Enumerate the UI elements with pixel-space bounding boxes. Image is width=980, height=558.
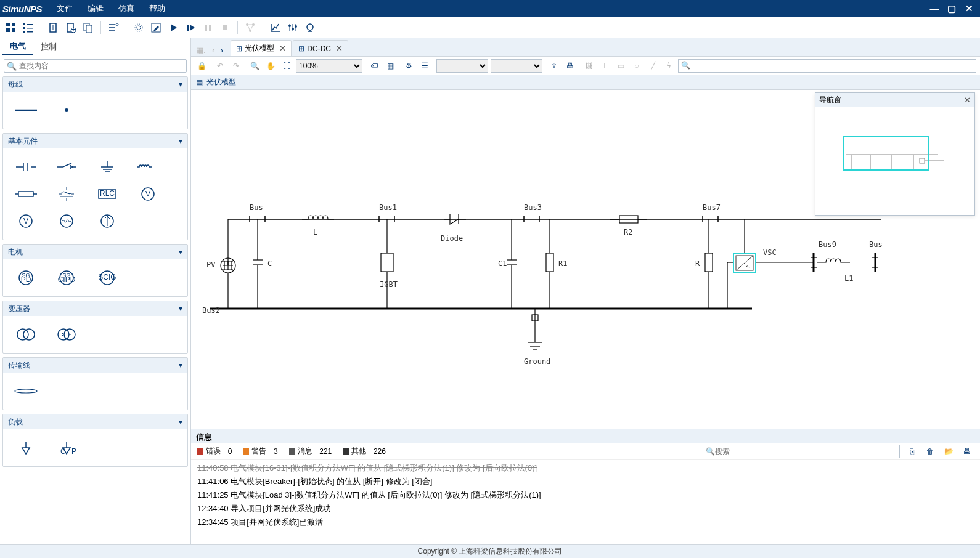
delete-icon[interactable]: 🗑 (923, 445, 937, 458)
left-tab-electric[interactable]: 电气 (2, 38, 33, 55)
settings-list-icon[interactable] (106, 20, 121, 35)
select-icon[interactable]: ▦ (383, 59, 397, 73)
part-sg-pd[interactable]: SGPD (6, 264, 46, 291)
new-doc-icon[interactable] (46, 20, 61, 35)
menu-help[interactable]: 帮助 (142, 3, 173, 14)
part-transformer1[interactable] (6, 321, 46, 348)
info-tab-other[interactable]: 其他 226 (343, 446, 386, 456)
copy-doc-icon[interactable] (81, 20, 96, 35)
left-tab-control[interactable]: 控制 (33, 39, 64, 55)
tab-next-icon[interactable]: › (218, 44, 226, 56)
part-sg-cipd[interactable]: SGCIPD (46, 264, 87, 291)
undo-icon[interactable]: ↶ (213, 59, 227, 73)
minimize-button[interactable]: — (926, 4, 943, 14)
category-motor-header[interactable]: 电机▾ (3, 245, 187, 259)
gear2-icon[interactable]: ⚙ (402, 59, 415, 73)
part-load1[interactable] (6, 434, 46, 461)
part-switch[interactable] (46, 153, 87, 180)
print-icon[interactable]: 🖶 (563, 59, 577, 73)
redo-icon[interactable]: ↷ (229, 59, 243, 73)
part-inductor[interactable] (128, 153, 168, 180)
maximize-button[interactable]: ▢ (943, 3, 960, 14)
fit-icon[interactable]: ⛶ (280, 59, 293, 73)
part-ground[interactable] (87, 153, 128, 180)
dropdown-1[interactable] (436, 59, 488, 73)
tab-dcdc[interactable]: ⊞ DC-DC ✕ (293, 40, 348, 56)
menu-sim[interactable]: 仿真 (111, 3, 142, 14)
part-rlc-block[interactable]: RLC (87, 180, 128, 208)
lock-icon[interactable]: 🔒 (195, 59, 208, 73)
tab-close-icon[interactable]: ✕ (279, 44, 286, 53)
navigator-window[interactable]: 导航窗✕ (815, 92, 975, 216)
navigator-close-icon[interactable]: ✕ (964, 95, 971, 105)
sliders-icon[interactable] (285, 20, 300, 35)
part-current-source[interactable] (87, 208, 128, 235)
tag-icon[interactable]: 🏷 (367, 59, 381, 73)
canvas-search[interactable] (678, 59, 976, 73)
image-icon[interactable]: 🖼 (582, 59, 595, 73)
part-tline[interactable] (6, 378, 46, 405)
info-tab-msg[interactable]: 消息 221 (289, 446, 332, 456)
menu-file[interactable]: 文件 (49, 3, 80, 14)
grid-view-icon[interactable] (4, 20, 18, 35)
play-icon[interactable] (166, 20, 181, 35)
chart-icon[interactable] (268, 20, 283, 35)
edit-icon[interactable] (149, 20, 163, 35)
category-transformer-header[interactable]: 变压器▾ (3, 301, 187, 316)
part-bus-line[interactable] (6, 97, 46, 124)
tab-close-icon[interactable]: ✕ (336, 44, 343, 53)
part-voltmeter1[interactable]: V (128, 180, 168, 208)
rect-icon[interactable]: ▭ (614, 59, 627, 73)
part-transformer2[interactable] (46, 321, 87, 348)
tab-pv-model[interactable]: ⊞ 光伏模型 ✕ (231, 40, 292, 56)
info-search-input[interactable] (715, 447, 897, 456)
open-doc-icon[interactable]: + (63, 20, 78, 35)
category-bus-header[interactable]: 母线▾ (3, 77, 187, 92)
message-row[interactable]: 12:34:40 导入项目[并网光伏系统]成功 (197, 502, 974, 516)
part-scig[interactable]: SCIG (87, 264, 128, 291)
zoom-icon[interactable]: 🔍 (248, 59, 261, 73)
menu-edit[interactable]: 编辑 (80, 3, 111, 14)
part-capacitor[interactable] (6, 153, 46, 180)
close-button[interactable]: ✕ (960, 3, 978, 14)
gear-icon[interactable] (131, 20, 146, 35)
list-view-icon[interactable] (21, 20, 36, 35)
part-source1[interactable] (46, 180, 87, 208)
breadcrumb-text[interactable]: 光伏模型 (206, 77, 236, 87)
navigator-viewport[interactable] (843, 136, 929, 171)
layers-icon[interactable]: ☰ (418, 59, 431, 73)
part-resistor[interactable] (6, 180, 46, 208)
part-bus-node[interactable] (46, 97, 87, 124)
canvas[interactable]: Bus Bus1 Bus3 Bus7 L Diode R2 Bus2 (191, 90, 980, 429)
component-search-input[interactable] (19, 62, 186, 70)
nodes-icon[interactable] (243, 20, 258, 35)
info-tab-warn[interactable]: 警告 3 (243, 446, 277, 456)
text-icon[interactable]: T (598, 59, 611, 73)
zoom-select[interactable]: 100% (296, 59, 362, 73)
component-search[interactable]: 🔍 (4, 59, 187, 73)
copy-icon[interactable]: ⎘ (905, 445, 918, 458)
flash-icon[interactable]: ϟ (662, 59, 676, 73)
circle-icon[interactable]: ○ (630, 59, 643, 73)
part-load-cvp[interactable]: CP (46, 434, 87, 461)
info-search[interactable]: 🔍 (703, 445, 900, 458)
dropdown-2[interactable] (491, 59, 542, 73)
message-row[interactable]: 12:34:45 项目[并网光伏系统]已激活 (197, 516, 974, 529)
print2-icon[interactable]: 🖶 (960, 445, 974, 458)
pan-icon[interactable]: ✋ (264, 59, 277, 73)
step-icon[interactable] (183, 20, 198, 35)
folder-icon[interactable]: 📂 (942, 445, 955, 458)
message-row[interactable]: 11:41:06 电气模块[Breaker]-[初始状态] 的值从 [断开] 修… (197, 475, 974, 488)
category-tline-header[interactable]: 传输线▾ (3, 358, 187, 373)
export-icon[interactable]: ⇪ (547, 59, 561, 73)
part-voltmeter2[interactable]: V (6, 208, 46, 235)
part-ac-source[interactable] (46, 208, 87, 235)
scope-icon[interactable] (303, 20, 317, 35)
message-row[interactable]: 11:40:58 电气模块[16-31]-[数值积分方法WF] 的值从 [隐式梯… (197, 461, 974, 475)
stop-icon[interactable] (218, 20, 232, 35)
line-icon[interactable]: ╱ (646, 59, 659, 73)
tab-prev-icon[interactable]: ‹ (210, 44, 217, 56)
category-basic-header[interactable]: 基本元件▾ (3, 134, 187, 148)
info-tab-error[interactable]: 错误 0 (197, 446, 232, 456)
pause-icon[interactable] (200, 20, 215, 35)
